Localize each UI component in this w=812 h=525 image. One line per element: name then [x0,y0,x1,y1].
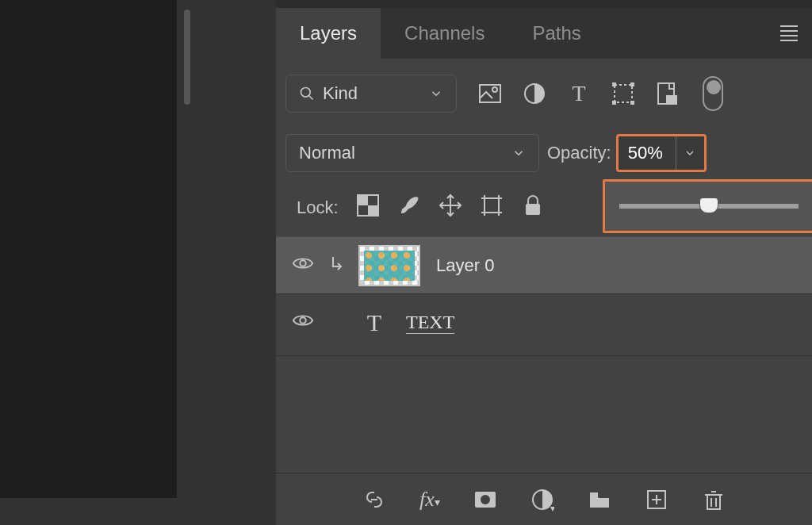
opacity-slider-thumb[interactable] [699,197,718,213]
layers-bottom-toolbar: fx▾ ▾ [276,473,812,525]
tab-channels[interactable]: Channels [381,8,508,59]
filter-toggle[interactable] [703,76,723,111]
chevron-down-icon [429,86,443,101]
svg-point-28 [481,495,490,504]
type-layer-icon: T [358,309,390,336]
layer-name[interactable]: Layer 0 [436,255,494,276]
filter-shape-icon[interactable] [611,81,636,106]
new-layer-icon[interactable] [645,488,668,512]
filter-pixel-icon[interactable] [477,81,503,106]
canvas-area [0,0,193,525]
opacity-value-input[interactable]: 50% [619,143,676,163]
panel-menu-icon[interactable] [780,22,798,44]
filter-type-icons: T [477,81,680,106]
panel-gutter [193,0,276,525]
opacity-dropdown-button[interactable] [676,136,704,170]
panel-dock: Layers Channels Paths Kind T [193,0,812,525]
svg-rect-14 [358,195,368,205]
svg-rect-7 [612,82,616,86]
layers-panel: Layers Channels Paths Kind T [276,0,812,525]
filter-adjustment-icon[interactable] [522,81,547,106]
panel-tab-strip: Layers Channels Paths [276,8,812,59]
blend-mode-select[interactable]: Normal [285,134,539,172]
lock-all-icon[interactable] [521,194,545,222]
lock-artboard-icon[interactable] [480,194,504,222]
tab-layers[interactable]: Layers [276,8,381,59]
svg-rect-10 [630,101,634,105]
layer-row-selected[interactable]: Layer 0 [276,236,812,293]
clip-indicator-icon [330,255,343,275]
new-group-icon[interactable] [588,488,611,512]
blend-opacity-row: Normal Opacity: 50% [276,132,812,174]
svg-rect-23 [526,204,540,215]
chevron-down-icon [684,147,696,159]
tab-paths[interactable]: Paths [508,8,604,59]
opacity-label[interactable]: Opacity: [547,143,611,163]
svg-text:T: T [572,81,585,105]
delete-layer-icon[interactable] [702,488,726,512]
svg-point-24 [300,260,305,266]
layer-filter-row: Kind T [276,70,812,117]
svg-rect-15 [368,205,378,216]
svg-rect-18 [485,198,499,213]
chevron-down-icon [511,146,526,160]
canvas-scrollbar-thumb[interactable] [184,10,190,105]
lock-move-icon[interactable] [439,194,462,222]
layer-visibility-icon[interactable] [292,254,314,277]
layer-name[interactable]: TEXT [406,312,454,334]
search-icon [299,86,315,102]
layer-thumbnail[interactable] [358,245,420,286]
filter-kind-label: Kind [323,83,358,104]
svg-text:▾: ▾ [550,503,554,512]
filter-type-icon[interactable]: T [566,81,592,106]
svg-point-3 [492,87,497,92]
svg-rect-6 [615,85,632,102]
svg-rect-9 [612,101,616,105]
opacity-field: 50% [616,134,707,172]
svg-line-1 [309,96,313,100]
lock-brush-icon[interactable] [397,194,421,222]
filter-kind-select[interactable]: Kind [285,75,457,113]
layer-row[interactable]: T TEXT [276,293,812,351]
layer-visibility-icon[interactable] [292,311,314,334]
opacity-slider-track[interactable] [619,204,799,209]
layer-list: Layer 0 T TEXT [276,236,812,356]
add-mask-icon[interactable] [473,488,497,512]
svg-rect-31 [590,492,598,496]
lock-row: Lock: Fi [276,186,812,230]
canvas-dark-region [0,0,177,498]
layer-list-empty-area[interactable] [276,355,812,356]
new-adjustment-layer-icon[interactable]: ▾ [530,488,554,512]
link-layers-icon[interactable] [362,488,386,512]
svg-point-0 [301,88,311,98]
layer-fx-icon[interactable]: fx▾ [419,488,440,512]
opacity-slider-popover [603,179,812,233]
panel-top-strip [276,0,812,8]
lock-transparency-icon[interactable] [356,194,380,222]
svg-rect-2 [480,85,500,102]
svg-rect-35 [707,495,720,509]
svg-rect-12 [666,95,677,105]
lock-label: Lock: [297,197,339,218]
svg-point-25 [300,317,305,323]
blend-mode-value: Normal [299,143,355,163]
svg-rect-8 [630,82,634,86]
filter-smartobject-icon[interactable] [655,81,680,106]
